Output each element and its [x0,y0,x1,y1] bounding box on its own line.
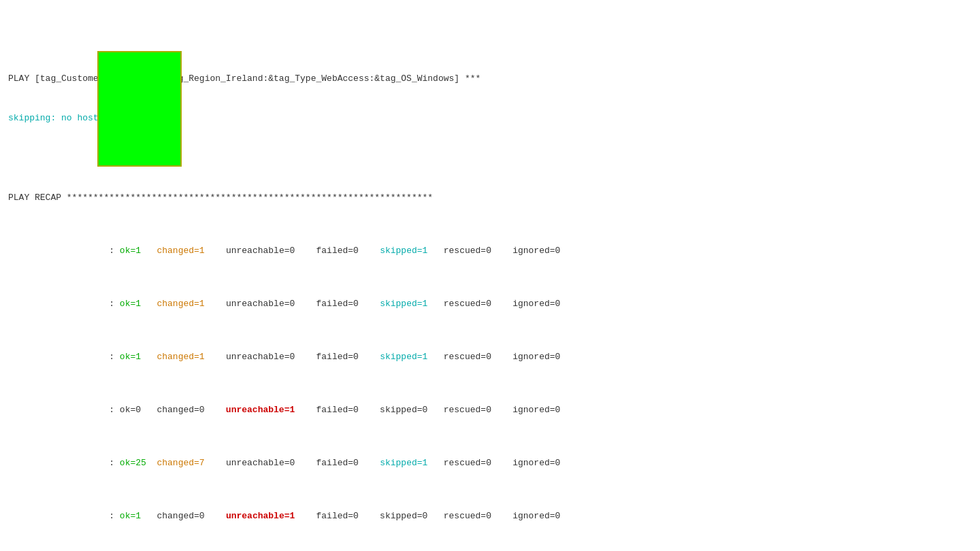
console-output: PLAY [tag_Customer_OAuthTest:&tag_Region… [0,0,980,551]
line-play-recap: PLAY RECAP *****************************… [8,191,972,205]
line-recap4: : ok=0 changed=0 unreachable=1 failed=0 … [8,403,972,417]
line-recap3: : ok=1 changed=1 unreachable=0 failed=0 … [8,350,972,364]
line-blank1 [8,152,972,165]
line-recap5: : ok=25 changed=7 unreachable=0 failed=0… [8,456,972,470]
line-recap6: : ok=1 changed=0 unreachable=1 failed=0 … [8,510,972,523]
line-skipping: skipping: no hosts matched [8,112,972,125]
highlight-box [97,51,182,167]
line-play-tag: PLAY [tag_Customer_OAuthTest:&tag_Region… [8,72,972,86]
line-recap2: : ok=1 changed=1 unreachable=0 failed=0 … [8,297,972,311]
line-recap1: : ok=1 changed=1 unreachable=0 failed=0 … [8,244,972,258]
